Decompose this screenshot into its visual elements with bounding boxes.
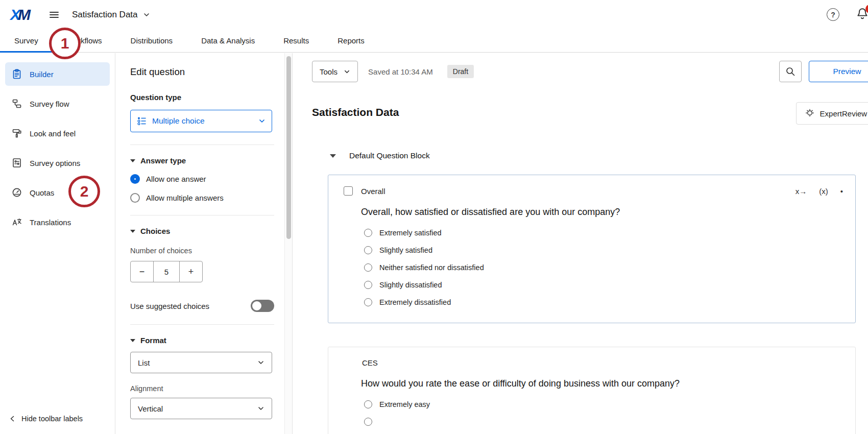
top-bar: XM Satisfaction Data ? 1: [0, 0, 868, 29]
question-card-overall[interactable]: Overall x→ (x) • Overall, how satisfied …: [328, 175, 856, 323]
project-switcher[interactable]: Satisfaction Data: [72, 10, 150, 20]
chevron-down-icon: [344, 68, 350, 75]
alignment-value: Vertical: [138, 404, 163, 413]
option-label: Allow multiple answers: [146, 194, 224, 202]
preview-button[interactable]: Preview: [809, 61, 868, 82]
sidebar-item-translations[interactable]: Translations: [5, 210, 110, 234]
hamburger-menu-icon[interactable]: [49, 9, 60, 20]
tab-distributions[interactable]: Distributions: [116, 29, 187, 52]
question-id: Overall: [361, 187, 385, 196]
caret-down-icon: [130, 230, 135, 233]
question-card-ces[interactable]: CES How would you rate the ease or diffi…: [328, 347, 856, 434]
increment-button[interactable]: +: [180, 261, 202, 282]
translate-icon: [11, 216, 22, 228]
edit-question-panel: Edit question Question type Multiple cho…: [116, 53, 284, 434]
choice-radio[interactable]: [364, 263, 372, 272]
hide-toolbar-labels-button[interactable]: Hide toolbar labels: [9, 415, 83, 423]
more-options-icon[interactable]: •: [840, 187, 843, 196]
question-type-label: Question type: [130, 93, 274, 102]
alignment-select[interactable]: Vertical: [130, 398, 272, 419]
choice-label[interactable]: Slightly satisfied: [379, 246, 432, 254]
chevron-down-icon: [143, 11, 150, 18]
tab-reports[interactable]: Reports: [323, 29, 379, 52]
question-type-select[interactable]: Multiple choice: [130, 110, 272, 132]
choice-label[interactable]: Neither satisfied nor dissatisfied: [379, 263, 484, 272]
sidebar-item-look-and-feel[interactable]: Look and feel: [5, 122, 110, 145]
tab-results[interactable]: Results: [269, 29, 323, 52]
choice-radio[interactable]: [364, 298, 372, 306]
search-icon: [785, 66, 795, 77]
question-type-value: Multiple choice: [152, 116, 205, 126]
radio-unselected: [130, 193, 140, 203]
tab-data-analysis[interactable]: Data & Analysis: [187, 29, 269, 52]
decrement-button[interactable]: −: [131, 261, 153, 282]
tab-survey[interactable]: Survey: [0, 29, 53, 52]
choice-row: Slightly satisfied: [364, 246, 855, 254]
collapse-caret-icon: [330, 154, 336, 158]
footer-label: Hide toolbar labels: [21, 415, 83, 423]
sidebar-item-survey-flow[interactable]: Survey flow: [5, 92, 110, 115]
choice-label[interactable]: Extremely dissatisfied: [379, 298, 451, 306]
format-section-header[interactable]: Format: [130, 336, 274, 345]
gauge-icon: [11, 187, 22, 198]
question-choice-list: Extremely satisfied Slightly satisfied N…: [364, 229, 855, 323]
skip-logic-icon[interactable]: x→: [795, 187, 807, 196]
allow-one-answer-option[interactable]: Allow one answer: [130, 174, 274, 184]
sidebar-item-label: Quotas: [30, 188, 54, 197]
allow-multiple-answers-option[interactable]: Allow multiple answers: [130, 193, 274, 203]
options-icon: [11, 157, 22, 168]
choice-row: Extremely easy: [364, 400, 855, 408]
chevron-down-icon: [257, 359, 264, 366]
choice-label[interactable]: Slightly dissatisfied: [379, 281, 442, 289]
answer-type-section-header[interactable]: Answer type: [130, 156, 274, 165]
help-icon[interactable]: ?: [827, 8, 839, 21]
survey-title: Satisfaction Data: [312, 106, 868, 118]
search-button[interactable]: [779, 61, 802, 82]
choice-radio[interactable]: [364, 281, 372, 289]
choice-radio[interactable]: [364, 418, 372, 426]
canvas-toolbar: Tools Saved at 10:34 AM Draft Preview: [312, 60, 868, 83]
bullet-list-icon: [137, 116, 147, 126]
choice-radio[interactable]: [364, 229, 372, 237]
section-title: Format: [140, 336, 166, 345]
panel-scrollbar-track[interactable]: [284, 53, 293, 434]
choice-row: Neither satisfied nor dissatisfied: [364, 263, 855, 272]
xm-logo[interactable]: XM: [10, 6, 29, 23]
format-select[interactable]: List: [130, 352, 272, 373]
format-value: List: [138, 358, 150, 367]
block-title: Default Question Block: [349, 151, 430, 160]
question-quick-actions: x→ (x) •: [795, 187, 846, 196]
divider: [130, 144, 274, 145]
choice-radio[interactable]: [364, 400, 372, 408]
choice-label[interactable]: Extremely satisfied: [379, 229, 442, 237]
choice-label[interactable]: Extremely easy: [379, 400, 430, 408]
question-text[interactable]: Overall, how satisfied or dissatisfied a…: [361, 207, 855, 218]
paint-roller-icon: [11, 128, 22, 139]
question-checkbox[interactable]: [344, 186, 353, 196]
suggested-choices-toggle[interactable]: [251, 300, 274, 312]
question-choice-list: Extremely easy: [364, 400, 855, 434]
sidebar-item-builder[interactable]: Builder: [5, 62, 110, 86]
autosave-status: Saved at 10:34 AM: [368, 67, 433, 76]
notifications-button[interactable]: 1: [856, 7, 868, 22]
piped-text-icon[interactable]: (x): [819, 187, 828, 196]
section-title: Answer type: [140, 156, 186, 165]
sidebar-item-survey-options[interactable]: Survey options: [5, 151, 110, 175]
topbar-actions: ? 1: [827, 7, 865, 22]
choice-row: Extremely satisfied: [364, 229, 855, 237]
chevron-left-icon: [9, 415, 15, 422]
question-text[interactable]: How would you rate the ease or difficult…: [361, 378, 855, 389]
choice-radio[interactable]: [364, 246, 372, 254]
choices-section-header[interactable]: Choices: [130, 227, 274, 235]
panel-scrollbar-thumb[interactable]: [286, 56, 291, 239]
chevron-down-icon: [257, 405, 264, 412]
panel-title: Edit question: [130, 66, 274, 78]
sidebar-item-label: Translations: [30, 218, 71, 227]
expert-review-button[interactable]: ExpertReview score: [796, 102, 868, 125]
choice-row: Extremely dissatisfied: [364, 298, 855, 306]
use-suggested-choices-row: Use suggested choices: [130, 300, 274, 312]
caret-down-icon: [130, 339, 135, 342]
tools-menu-button[interactable]: Tools: [312, 61, 358, 82]
survey-canvas: Tools Saved at 10:34 AM Draft Preview Sa…: [293, 53, 868, 434]
question-block-header[interactable]: Default Question Block: [330, 151, 868, 160]
